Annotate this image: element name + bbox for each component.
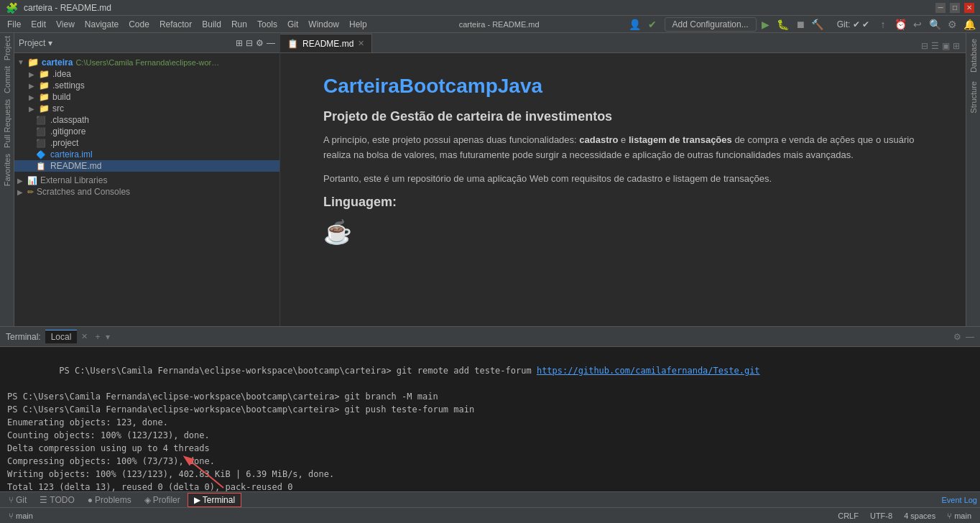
- layout-icon-1[interactable]: ⊟: [921, 41, 928, 51]
- menu-file[interactable]: File: [3, 18, 25, 31]
- list-item[interactable]: ▶ 📁 src: [14, 103, 279, 114]
- menu-tools[interactable]: Tools: [253, 18, 282, 31]
- menu-run[interactable]: Run: [227, 18, 251, 31]
- indent-status[interactable]: 4 spaces: [901, 512, 938, 520]
- menu-build[interactable]: Build: [198, 18, 226, 31]
- commit-sidebar-tab[interactable]: Commit: [1, 63, 13, 96]
- history-icon[interactable]: ⏰: [892, 17, 908, 32]
- git-tab[interactable]: ⑂ Git: [3, 494, 32, 506]
- branch-icon: ⑂: [9, 512, 14, 520]
- list-item[interactable]: ⬛ .project: [14, 137, 279, 149]
- root-path: C:\Users\Camila Fernanda\eclipse-workspa…: [75, 58, 219, 67]
- crlf-status[interactable]: CRLF: [835, 512, 861, 520]
- terminal-content[interactable]: PS C:\Users\Camila Fernanda\eclipse-work…: [0, 347, 980, 491]
- pull-requests-tab[interactable]: Pull Requests: [1, 96, 13, 151]
- stop-icon[interactable]: ⏹: [792, 17, 808, 32]
- menu-view[interactable]: View: [52, 18, 79, 31]
- project-sidebar-tab[interactable]: Project: [1, 33, 13, 63]
- branch-status-icon: ⑂: [947, 512, 952, 520]
- branch-status-right[interactable]: ⑂ main: [944, 512, 974, 520]
- event-log-link[interactable]: Event Log: [941, 496, 977, 504]
- menu-code[interactable]: Code: [124, 18, 154, 31]
- close-button[interactable]: ✕: [964, 3, 974, 13]
- readme-tab-close[interactable]: ✕: [358, 39, 364, 48]
- undo-icon[interactable]: ↩: [910, 17, 925, 32]
- menu-bar: File Edit View Navigate Code Refactor Bu…: [0, 16, 980, 33]
- right-sidebar: Database Structure: [966, 33, 980, 326]
- folder-icon: 📁: [39, 103, 50, 114]
- list-item[interactable]: 🔷 carteira.iml: [14, 149, 279, 160]
- local-tab[interactable]: Local: [45, 330, 78, 343]
- list-item[interactable]: ⬛ .classpath: [14, 114, 279, 126]
- java-icon: ☕: [323, 218, 923, 246]
- git-branch-status[interactable]: ⑂ main: [6, 512, 36, 520]
- readme-file-item[interactable]: 📋 README.md: [14, 160, 279, 172]
- menu-refactor[interactable]: Refactor: [155, 18, 196, 31]
- title-bar: 🧩 carteira - README.md ─ □ ✕: [0, 0, 980, 16]
- settings-toolbar-icon[interactable]: ✔: [644, 17, 660, 32]
- terminal-minimize-icon[interactable]: —: [966, 332, 974, 342]
- menu-help[interactable]: Help: [345, 18, 371, 31]
- notifications-icon[interactable]: 🔔: [961, 17, 977, 32]
- root-name: carteira: [42, 57, 73, 68]
- problems-tab[interactable]: ● Problems: [82, 494, 137, 506]
- gear-icon[interactable]: ⚙: [944, 17, 960, 32]
- status-right-items: Event Log: [941, 496, 977, 504]
- external-libraries-item[interactable]: ▶ 📊 External Libraries: [14, 175, 279, 186]
- layout-icon-4[interactable]: ⊞: [953, 41, 960, 51]
- list-item[interactable]: ▶ 📁 .idea: [14, 68, 279, 80]
- build-icon[interactable]: 🔨: [810, 17, 826, 32]
- config-icon[interactable]: ⚙: [256, 38, 264, 48]
- profiler-tab[interactable]: ◈ Profiler: [139, 494, 186, 506]
- database-tab[interactable]: Database: [968, 36, 979, 75]
- menu-navigate[interactable]: Navigate: [80, 18, 123, 31]
- terminal-line-8: Writing objects: 100% (123/123), 402.83 …: [7, 468, 973, 481]
- app-icon: 🧩: [6, 2, 18, 14]
- readme-tab-icon: 📋: [287, 39, 298, 49]
- terminal-label: Terminal:: [6, 332, 41, 342]
- minimize-panel-icon[interactable]: —: [267, 38, 275, 48]
- far-left-sidebar: Project Commit Pull Requests Favorites: [0, 33, 14, 326]
- terminal-tab[interactable]: ▶ Terminal: [188, 493, 241, 507]
- terminal-line-4: Enumerating objects: 123, done.: [7, 416, 973, 429]
- terminal-options-icon[interactable]: ▾: [106, 332, 110, 342]
- project-panel: Project ▾ ⊞ ⊟ ⚙ — ▼ 📁 carteira C:\Users\…: [14, 33, 280, 326]
- terminal-tab-close[interactable]: ✕: [81, 332, 88, 341]
- terminal-line-6: Delta compression using up to 4 threads: [7, 442, 973, 455]
- add-terminal-icon[interactable]: +: [95, 332, 100, 342]
- run-icon[interactable]: ▶: [758, 17, 774, 32]
- push-icon[interactable]: ↑: [875, 17, 891, 32]
- file-icon: ⬛: [36, 127, 46, 136]
- list-item[interactable]: ▶ 📁 .settings: [14, 80, 279, 91]
- terminal-settings-icon[interactable]: ⚙: [953, 332, 961, 342]
- terminal-line-5: Counting objects: 100% (123/123), done.: [7, 429, 973, 442]
- list-item[interactable]: ⬛ .gitignore: [14, 126, 279, 137]
- tree-root-item[interactable]: ▼ 📁 carteira C:\Users\Camila Fernanda\ec…: [14, 56, 279, 68]
- account-icon[interactable]: 👤: [627, 17, 643, 32]
- list-item[interactable]: ▶ 📁 build: [14, 91, 279, 103]
- arrow-icon: ▶: [29, 82, 36, 90]
- favorites-tab[interactable]: Favorites: [1, 151, 13, 189]
- status-bar: ⑂ main CRLF UTF-8 4 spaces ⑂ main: [0, 507, 980, 523]
- iml-file-icon: 🔷: [36, 150, 46, 159]
- structure-tab[interactable]: Structure: [968, 78, 979, 116]
- todo-tab[interactable]: ☰ TODO: [34, 494, 80, 506]
- menu-window[interactable]: Window: [304, 18, 343, 31]
- debug-icon[interactable]: 🐛: [775, 17, 791, 32]
- layout-icon-2[interactable]: ☰: [931, 41, 939, 51]
- menu-edit[interactable]: Edit: [27, 18, 50, 31]
- scratches-consoles-item[interactable]: ▶ ✏ Scratches and Consoles: [14, 186, 279, 198]
- minimize-button[interactable]: ─: [935, 3, 946, 13]
- maximize-button[interactable]: □: [950, 3, 960, 13]
- search-icon[interactable]: 🔍: [927, 17, 943, 32]
- expand-all-icon[interactable]: ⊞: [236, 38, 243, 48]
- run-config-button[interactable]: Add Configuration...: [665, 17, 757, 32]
- collapse-all-icon[interactable]: ⊟: [246, 38, 253, 48]
- terminal-link[interactable]: https://github.com/camilafernanda/Teste.…: [537, 366, 760, 376]
- scratch-icon: ✏: [27, 188, 34, 197]
- encoding-status[interactable]: UTF-8: [867, 512, 895, 520]
- readme-tab[interactable]: 📋 README.md ✕: [280, 34, 372, 52]
- layout-icon-3[interactable]: ▣: [942, 41, 950, 51]
- menu-git[interactable]: Git: [283, 18, 302, 31]
- project-tree: ▼ 📁 carteira C:\Users\Camila Fernanda\ec…: [14, 53, 279, 326]
